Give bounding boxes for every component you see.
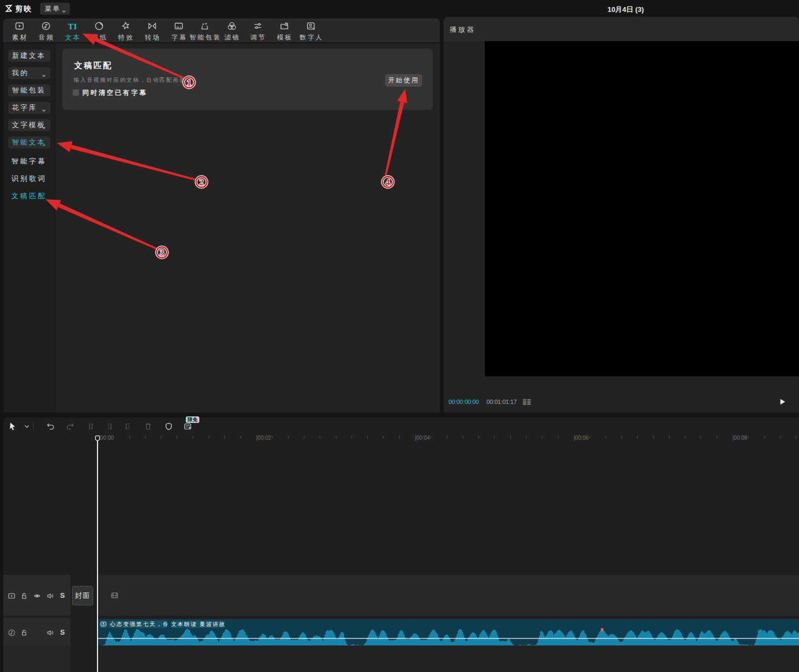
svg-text:3: 3 xyxy=(160,248,164,257)
svg-text:2: 2 xyxy=(199,178,204,187)
svg-text:1: 1 xyxy=(187,78,191,87)
svg-text:4: 4 xyxy=(386,178,390,187)
